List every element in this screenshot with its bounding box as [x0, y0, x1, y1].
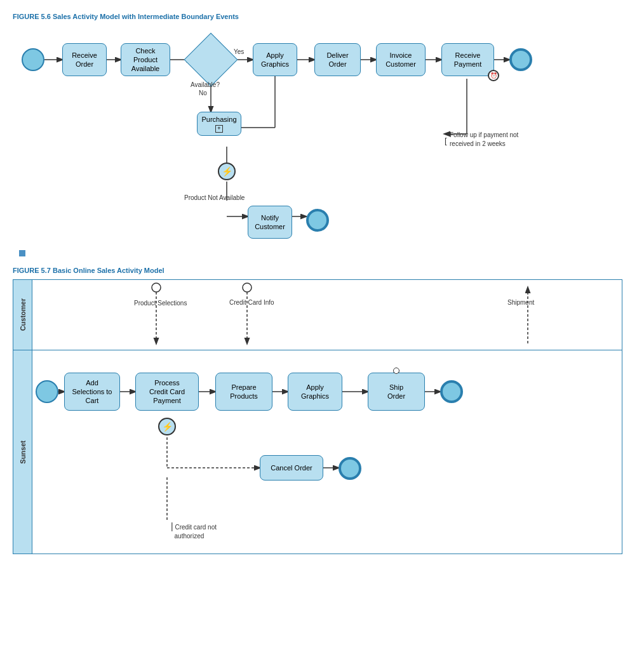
figure-56-section: FIGURE 5.6 Sales Activity Model with Int…: [13, 13, 631, 245]
customer-lane-label: Customer: [19, 298, 27, 331]
fig56-purchasing: Purchasing +: [197, 112, 241, 136]
fig57-ship-order: ShipOrder: [368, 373, 425, 411]
fig57-end: [440, 380, 463, 403]
fig56-lightning: ⚡: [218, 162, 236, 180]
fig56-pna-label: Product Not Available: [184, 194, 245, 201]
fig56-available-label: Available?: [191, 81, 220, 88]
fig56-start: [22, 48, 44, 71]
customer-lane-svg: [32, 280, 604, 348]
product-selections-label: Product Selections: [134, 299, 187, 308]
fig57-add-selections: AddSelections toCart: [64, 373, 120, 411]
credit-card-info-label: Credit Card Info: [229, 299, 274, 306]
sunset-lane-content: AddSelections toCart ProcessCredit CardP…: [32, 350, 622, 554]
sunset-lane-label: Sunset: [19, 441, 27, 464]
customer-lane-content: Product Selections Credit Card Info Ship…: [32, 280, 622, 350]
fig56-clock-marker: ⏰: [488, 70, 499, 81]
figure-56-diagram: ReceiveOrder CheckProductAvailable Yes A…: [13, 29, 622, 245]
fig56-plus-badge: +: [215, 125, 223, 133]
sunset-lane-label-bg: Sunset: [13, 350, 32, 554]
fig57-process-cc: ProcessCredit CardPayment: [135, 373, 199, 411]
fig56-end: [509, 48, 532, 71]
svg-point-19: [243, 283, 252, 292]
fig56-apply-graphics: ApplyGraphics: [253, 43, 297, 76]
fig56-notify-customer: NotifyCustomer: [248, 206, 292, 239]
customer-lane: Customer: [13, 280, 622, 350]
svg-point-17: [152, 283, 161, 292]
fig56-diamond: [184, 33, 238, 87]
shipment-label: Shipment: [507, 299, 534, 306]
figure-57-title: FIGURE 5.7 Basic Online Sales Activity M…: [13, 267, 631, 274]
fig56-followup-label: Follow up if payment not received in 2 w…: [450, 131, 532, 149]
fig56-receive-order: ReceiveOrder: [62, 43, 107, 76]
fig57-apply-graphics: ApplyGraphics: [288, 373, 342, 411]
fig56-notify-end: [306, 209, 329, 232]
sunset-lane: Sunset: [13, 350, 622, 554]
fig57-start: [36, 380, 58, 403]
fig57-cc-not-auth-label: | Credit card not authorized: [171, 523, 217, 541]
figure-57-diagram: Customer: [13, 279, 622, 554]
fig56-check-product: CheckProductAvailable: [121, 43, 170, 76]
fig57-cancel-order: Cancel Order: [260, 455, 323, 481]
fig56-receive-payment: ReceivePayment: [441, 43, 494, 76]
fig56-invoice-customer: InvoiceCustomer: [376, 43, 426, 76]
fig56-yes-label: Yes: [234, 48, 244, 55]
figure-57-section: FIGURE 5.7 Basic Online Sales Activity M…: [13, 267, 631, 554]
fig56-followup-bracket: [: [445, 136, 447, 145]
figure-56-title: FIGURE 5.6 Sales Activity Model with Int…: [13, 13, 631, 20]
fig57-lightning: ⚡: [158, 418, 176, 435]
fig56-no-label: No: [199, 90, 207, 96]
fig57-ship-marker: [393, 368, 399, 374]
fig57-prepare-products: PrepareProducts: [215, 373, 272, 411]
separator-square: [19, 250, 25, 256]
customer-lane-label-bg: Customer: [13, 280, 32, 350]
fig57-cancel-end: [339, 457, 361, 480]
fig56-deliver-order: DeliverOrder: [314, 43, 361, 76]
